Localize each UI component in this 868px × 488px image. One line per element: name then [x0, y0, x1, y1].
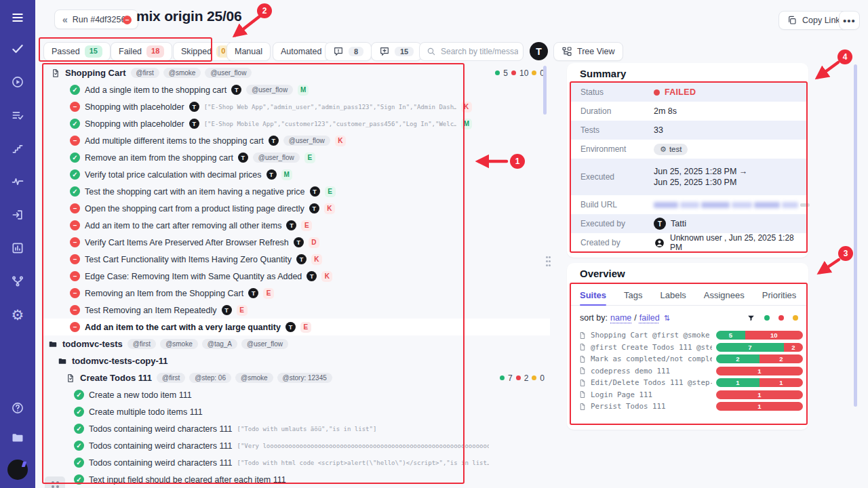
- tag-list: @user_flow: [246, 85, 293, 95]
- test-row[interactable]: Test Cart Functionality with Items Havin…: [43, 251, 550, 268]
- tab-assignees[interactable]: Assignees: [704, 285, 745, 305]
- tab-labels[interactable]: Labels: [660, 285, 686, 305]
- summary-row-build-url: Build URL: [571, 195, 806, 214]
- menu-icon[interactable]: [9, 9, 26, 26]
- test-row[interactable]: Shopping with placeholder ["E-Shop Web A…: [43, 98, 550, 115]
- suite-bar-row[interactable]: Persist Todos 111 1: [572, 401, 806, 413]
- test-row[interactable]: Verify total price calculation with deci…: [43, 166, 550, 183]
- tab-tags[interactable]: Tags: [624, 285, 642, 305]
- panel-resize-handle[interactable]: [546, 256, 548, 258]
- reports-icon[interactable]: [9, 240, 26, 256]
- run-icon[interactable]: [9, 74, 26, 90]
- filter-skipped-dot[interactable]: [793, 315, 798, 321]
- testomat-avatar-icon: [267, 169, 277, 180]
- tree-view-button[interactable]: Tree View: [553, 42, 623, 61]
- tag-pill[interactable]: @story: 12345: [277, 373, 332, 383]
- sort-by-failed-link[interactable]: failed: [639, 313, 660, 323]
- build-url-redacted[interactable]: [654, 202, 810, 208]
- test-title: Shopping with placeholder: [85, 119, 184, 129]
- test-row[interactable]: Test Removing an Item Repeatedly E: [43, 302, 550, 319]
- failed-count-badge: 18: [146, 45, 164, 57]
- filter-failed-dot[interactable]: [778, 315, 784, 321]
- suite-bar-row[interactable]: codepress demo 111 1: [572, 365, 806, 378]
- passed-segment: 5: [716, 331, 745, 340]
- filter-passed-dot[interactable]: [764, 315, 770, 321]
- test-row[interactable]: Add a single item to the shopping cart @…: [43, 81, 550, 98]
- steps-icon[interactable]: [9, 140, 26, 157]
- copy-link-button[interactable]: Copy Link: [778, 11, 848, 30]
- suite-row[interactable]: Shopping Cart @first@smoke@user_flow 510…: [43, 64, 550, 81]
- activity-icon[interactable]: [9, 174, 26, 190]
- check-icon[interactable]: [9, 41, 26, 57]
- suite-row[interactable]: Create Todos 111 @first@step: 06@smoke@s…: [43, 369, 550, 386]
- testomat-logo[interactable]: [7, 460, 28, 480]
- tag-pill[interactable]: @first: [127, 339, 156, 349]
- page-scrollbar[interactable]: [854, 64, 857, 407]
- filter-automated-button[interactable]: Automated: [273, 42, 330, 61]
- comments-filter-button[interactable]: 8: [325, 42, 372, 61]
- test-row[interactable]: Create a new todo item 111: [43, 386, 550, 403]
- filter-funnel-icon[interactable]: [747, 314, 755, 323]
- folder-row[interactable]: todomvc-tests-copy-11: [43, 352, 550, 369]
- list-scrollbar[interactable]: [543, 66, 547, 115]
- environment-badge[interactable]: ⚙test: [654, 144, 688, 155]
- filter-manual-button[interactable]: Manual: [226, 42, 271, 61]
- tag-pill[interactable]: @first: [131, 68, 159, 78]
- help-icon[interactable]: [9, 400, 26, 416]
- tag-pill[interactable]: @smoke: [160, 339, 198, 349]
- test-row[interactable]: Todos containing weird characters 111 ["…: [43, 420, 550, 437]
- sign-in-icon[interactable]: [9, 207, 26, 223]
- user-avatar[interactable]: [530, 42, 548, 60]
- tab-suites[interactable]: Suites: [580, 285, 606, 305]
- executed-start: Jun 25, 2025 1:28 PM →: [654, 166, 747, 177]
- search-input[interactable]: [441, 47, 518, 56]
- tag-pill[interactable]: @step: 06: [189, 373, 231, 383]
- test-row[interactable]: Test the shopping cart with an item havi…: [43, 183, 550, 200]
- executed-by-value: Tatti: [671, 219, 686, 228]
- tag-pill[interactable]: @user_flow: [246, 85, 293, 95]
- test-row[interactable]: Shopping with placeholder ["E-Shop Mobil…: [43, 115, 550, 132]
- tag-pill[interactable]: @user_flow: [205, 68, 252, 78]
- tag-pill[interactable]: @smoke: [163, 68, 201, 78]
- suite-bar-row[interactable]: Mark as completed/not comple… 2 2: [572, 353, 806, 365]
- tag-pill[interactable]: @user_flow: [253, 152, 300, 163]
- test-row[interactable]: Add multiple different items to the shop…: [43, 132, 550, 149]
- test-row[interactable]: Todos containing weird characters 111 ["…: [43, 437, 550, 454]
- settings-gear-icon[interactable]: ⚙: [9, 306, 26, 323]
- corner-widget[interactable]: [45, 476, 65, 488]
- test-row[interactable]: Create multiple todo items 111: [43, 403, 550, 420]
- tag-pill[interactable]: @user_flow: [241, 339, 288, 349]
- test-row[interactable]: Add an item to the cart after removing a…: [43, 217, 550, 234]
- tag-pill[interactable]: @tag_A: [202, 339, 237, 349]
- sort-direction-icon[interactable]: ⇅: [664, 314, 670, 323]
- test-row[interactable]: Edge Case: Removing Item with Same Quant…: [43, 268, 550, 285]
- test-row[interactable]: Open the shopping cart from a product li…: [43, 200, 550, 217]
- tab-priorities[interactable]: Priorities: [762, 285, 797, 305]
- suite-bar-row[interactable]: Edit/Delete Todos 111 @step-… 1 1: [572, 377, 806, 389]
- test-row[interactable]: Verify Cart Items Are Preserved After Br…: [43, 234, 550, 251]
- test-list-icon[interactable]: [9, 107, 26, 123]
- notes-filter-button[interactable]: 15: [371, 42, 422, 61]
- suite-bar-row[interactable]: Login Page 111 1: [572, 389, 806, 401]
- annotation-circle-2: 2: [257, 3, 272, 18]
- test-row[interactable]: Add an item to the cart with a very larg…: [43, 319, 550, 336]
- tag-pill[interactable]: @smoke: [235, 373, 273, 383]
- test-status-icon: [70, 85, 80, 95]
- filter-passed-button[interactable]: Passed 15: [43, 42, 111, 61]
- sort-by-name-link[interactable]: name: [610, 313, 631, 323]
- folder-row[interactable]: todomvc-tests @first@smoke@tag_A@user_fl…: [43, 336, 550, 352]
- filter-failed-button[interactable]: Failed 18: [111, 42, 172, 61]
- test-row[interactable]: Removing an Item from the Shopping Cart …: [43, 285, 550, 302]
- suite-bar-row[interactable]: @first Create Todos 111 @ste… 7 2: [572, 342, 806, 354]
- more-actions-button[interactable]: •••: [839, 11, 860, 30]
- tag-pill[interactable]: @first: [157, 373, 185, 383]
- copy-link-label: Copy Link: [802, 16, 840, 25]
- tag-pill[interactable]: @user_flow: [283, 136, 330, 146]
- test-row[interactable]: Remove an item from the shopping cart @u…: [43, 149, 550, 166]
- test-row[interactable]: Text input field should be cleared after…: [43, 471, 550, 488]
- test-row[interactable]: Todos containing weird characters 111 ["…: [43, 454, 550, 471]
- projects-folder-icon[interactable]: [9, 430, 26, 446]
- assignee-badge: D: [309, 237, 319, 248]
- suite-bar-row[interactable]: Shopping Cart @first @smoke … 5 10: [572, 329, 806, 342]
- branch-icon[interactable]: [9, 273, 26, 289]
